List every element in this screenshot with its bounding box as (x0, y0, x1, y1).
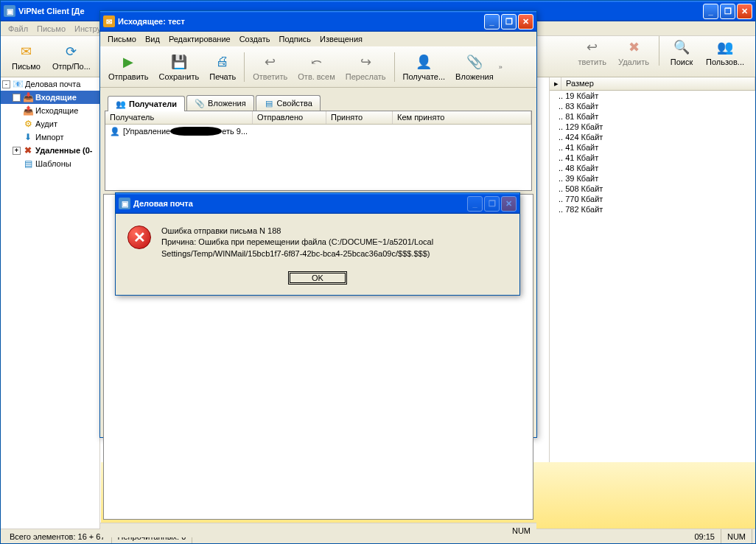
envelope-icon: ✉ (17, 43, 35, 60)
col-size[interactable]: Размер (561, 77, 755, 90)
error-line1: Ошибка отправки письма N 188 (161, 226, 508, 237)
minimize-button[interactable]: _ (484, 14, 500, 29)
list-row[interactable]: 81 Кбайт (550, 111, 755, 122)
tab-properties[interactable]: ▤Свойства (256, 95, 321, 111)
list-row[interactable]: 48 Кбайт (550, 163, 755, 173)
status-total: Всего элементов: 16 + 67 (4, 529, 112, 543)
toolbar-label: Удалить (618, 57, 649, 66)
users-button[interactable]: 👥 Пользов... (701, 36, 749, 69)
reply-all-button: ⤺Отв. всем (293, 51, 340, 83)
col-icon[interactable]: ▸ (550, 77, 561, 90)
search-button[interactable]: 🔍 Поиск (664, 36, 699, 69)
list-row[interactable]: 782 Кбайт (550, 204, 755, 215)
toolbar-overflow[interactable]: » (499, 63, 508, 71)
list-row[interactable]: 19 Кбайт (550, 91, 755, 101)
minimize-button[interactable]: _ (703, 4, 718, 19)
menu-edit[interactable]: Редактирование (164, 33, 235, 45)
col-recipient[interactable]: Получатель (105, 111, 253, 124)
error-title: Деловая почта (133, 199, 467, 208)
error-dialog: ▣ Деловая почта _ ❐ ✕ ✕ Ошибка отправки … (115, 192, 520, 296)
expand-icon[interactable]: + (13, 147, 21, 155)
toolbar-label: Отв. всем (298, 72, 335, 81)
error-titlebar[interactable]: ▣ Деловая почта _ ❐ ✕ (116, 193, 519, 214)
maximize-button[interactable]: ❐ (720, 4, 735, 19)
expand-icon[interactable]: - (2, 80, 10, 88)
recipient-row[interactable]: 👤 [Управление еть 9... (105, 125, 531, 138)
menu-file[interactable]: Файл (4, 23, 32, 35)
col-received[interactable]: Принято (326, 111, 393, 124)
reply-all-icon: ⤺ (308, 53, 326, 71)
main-toolbar-right: ↩ тветить ✖ Удалить 🔍 Поиск 👥 Пользов... (573, 36, 749, 69)
tab-recipients[interactable]: 👥Получатели (108, 96, 185, 111)
status-time: 09:15 (688, 529, 721, 543)
menu-create[interactable]: Создать (235, 33, 275, 45)
list-row[interactable]: 770 Кбайт (550, 194, 755, 204)
reply-button: ↩Ответить (248, 51, 293, 83)
tree-outbox[interactable]: 📤Исходящие (1, 104, 99, 117)
error-body: ✕ Ошибка отправки письма N 188 Причина: … (116, 214, 519, 271)
tree-audit[interactable]: ⚙Аудит (1, 117, 99, 130)
list-row[interactable]: 424 Кбайт (550, 132, 755, 142)
maximize-button[interactable]: ❐ (501, 14, 517, 29)
compose-button[interactable]: ✉ Письмо (7, 41, 46, 73)
delete-icon: ✖ (625, 38, 643, 56)
menu-signature[interactable]: Подпись (274, 33, 315, 45)
print-icon: 🖨 (214, 53, 231, 71)
send-receive-button[interactable]: ⟳ Отпр/По... (47, 41, 96, 73)
maximize-button: ❐ (484, 196, 500, 212)
tree-root[interactable]: -📧Деловая почта (1, 77, 99, 91)
folder-tree: -📧Деловая почта +📥Входящие 📤Исходящие ⚙А… (1, 77, 100, 529)
status-num: NUM (512, 526, 531, 535)
menu-letter[interactable]: Письмо (32, 23, 70, 35)
compose-title: Исходящее: тест (118, 17, 484, 26)
toolbar-label: Получате... (403, 72, 446, 81)
tree-inbox[interactable]: +📥Входящие (1, 91, 99, 104)
person-icon: 👤 (110, 126, 120, 136)
list-row[interactable]: 41 Кбайт (550, 142, 755, 153)
toolbar-label: Переслать (346, 72, 386, 81)
col-by-whom[interactable]: Кем принято (393, 111, 531, 124)
print-button[interactable]: 🖨Печать (204, 51, 241, 83)
recipients-header: Получатель Отправлено Принято Кем принят… (105, 111, 531, 125)
toolbar-label: Отпр/По... (52, 62, 91, 71)
col-sent[interactable]: Отправлено (253, 111, 326, 124)
list-row[interactable]: 41 Кбайт (550, 153, 755, 163)
error-text: Ошибка отправки письма N 188 Причина: Ош… (161, 226, 508, 259)
list-row[interactable]: 39 Кбайт (550, 173, 755, 184)
attachments-button[interactable]: 📎Вложения (450, 51, 499, 83)
envelope-icon: ✉ (103, 15, 115, 27)
menu-view[interactable]: Вид (141, 33, 164, 45)
tab-label: Вложения (208, 99, 246, 108)
toolbar-label: Печать (209, 72, 236, 81)
error-line2: Причина: Ошибка при перемещении файла (C… (161, 237, 508, 259)
list-row[interactable]: 83 Кбайт (550, 101, 755, 111)
recipient-name-suffix: еть 9... (222, 127, 248, 136)
properties-icon: ▤ (264, 98, 274, 108)
list-row[interactable]: 129 Кбайт (550, 122, 755, 132)
compose-titlebar[interactable]: ✉ Исходящее: тест _ ❐ ✕ (100, 11, 536, 32)
save-button[interactable]: 💾Сохранить (154, 51, 205, 83)
compose-toolbar: ▶Отправить 💾Сохранить 🖨Печать ↩Ответить … (100, 46, 536, 88)
ok-button[interactable]: OK (288, 271, 347, 285)
tree-label: Аудит (35, 119, 57, 128)
toolbar-label: Поиск (671, 57, 693, 66)
list-row[interactable]: 508 Кбайт (550, 184, 755, 194)
tree-label: Шаблоны (35, 159, 71, 168)
menu-notifications[interactable]: Извещения (315, 33, 367, 45)
tree-label: Деловая почта (25, 80, 80, 88)
menu-letter[interactable]: Письмо (103, 33, 141, 45)
tree-import[interactable]: ⬇Импорт (1, 130, 99, 144)
tab-attachments[interactable]: 📎Вложения (186, 95, 254, 111)
trash-icon: ✖ (22, 144, 34, 156)
close-button[interactable]: ✕ (737, 4, 752, 19)
tree-deleted[interactable]: +✖Удаленные (0- (1, 144, 99, 157)
recipients-button[interactable]: 👤Получате... (398, 51, 451, 83)
send-button[interactable]: ▶Отправить (103, 51, 154, 83)
compose-statusbar: NUM (100, 523, 536, 537)
error-icon: ✕ (127, 226, 151, 249)
separator (244, 52, 245, 82)
tree-templates[interactable]: ▤Шаблоны (1, 157, 99, 170)
close-button[interactable]: ✕ (518, 14, 533, 29)
people-icon: 👥 (116, 99, 126, 109)
expand-icon[interactable]: + (13, 94, 21, 102)
